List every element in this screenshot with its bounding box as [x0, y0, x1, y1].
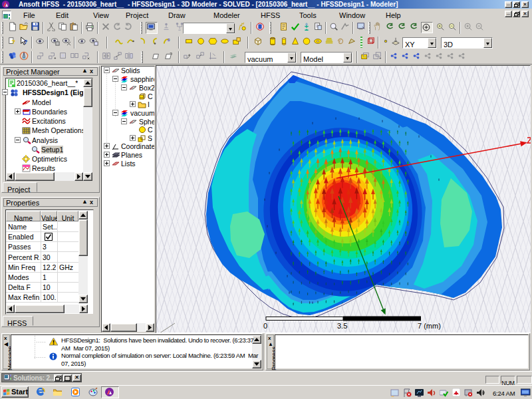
svg-text:7 (mm): 7 (mm) — [418, 322, 441, 330]
svg-text:0: 0 — [263, 322, 267, 330]
svg-text:0: 0 — [168, 37, 170, 42]
svg-text:?: ? — [11, 38, 15, 45]
svg-text:3.5: 3.5 — [337, 322, 347, 330]
svg-text:?: ? — [24, 39, 27, 45]
